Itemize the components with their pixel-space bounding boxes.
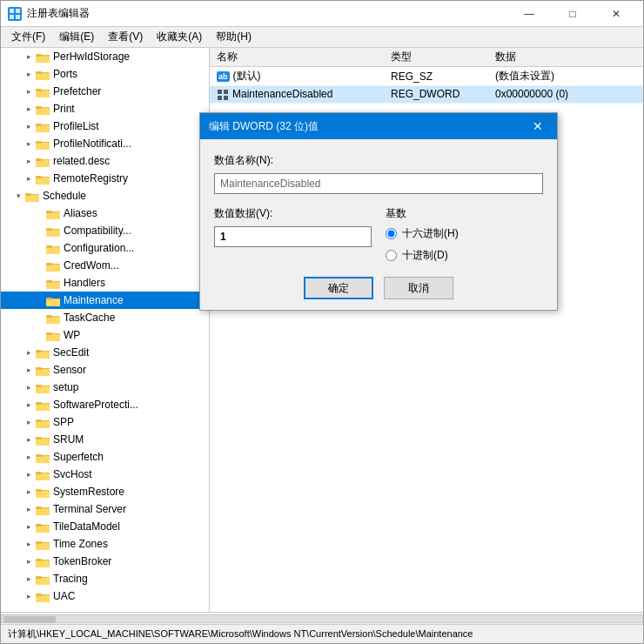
tree-item-Ports[interactable]: ▸ Ports bbox=[1, 65, 209, 83]
tree-item-UAC[interactable]: ▸ UAC bbox=[1, 587, 209, 605]
window-controls: — □ ✕ bbox=[509, 1, 636, 27]
svg-rect-43 bbox=[46, 211, 52, 213]
ok-button[interactable]: 确定 bbox=[304, 277, 373, 299]
folder-icon bbox=[36, 520, 50, 533]
tree-item-Configuration[interactable]: Configuration... bbox=[1, 239, 209, 257]
tree-expander[interactable]: ▸ bbox=[22, 50, 36, 64]
tree-item-Aliases[interactable]: Aliases bbox=[1, 205, 209, 222]
tree-item-Sensor[interactable]: ▸ Sensor bbox=[1, 361, 209, 379]
tree-expander[interactable]: ▸ bbox=[22, 467, 36, 481]
tree-item-RemoteRegistry[interactable]: ▸ RemoteRegistry bbox=[1, 170, 209, 187]
svg-rect-35 bbox=[36, 177, 42, 178]
tree-item-label: SecEdit bbox=[53, 346, 89, 359]
tree-expander[interactable]: ▸ bbox=[22, 84, 36, 98]
svg-rect-127 bbox=[36, 577, 42, 579]
tree-item-SystemRestore[interactable]: ▸ SystemRestore bbox=[1, 483, 209, 500]
tree-expander[interactable]: ▸ bbox=[22, 119, 36, 133]
cancel-button[interactable]: 取消 bbox=[384, 277, 453, 299]
tree-expander[interactable]: ▸ bbox=[22, 67, 36, 81]
main-window: 注册表编辑器 — □ ✕ 文件(F)编辑(E)查看(V)收藏夹(A)帮助(H) … bbox=[0, 0, 644, 644]
svg-rect-131 bbox=[36, 594, 42, 596]
tree-item-SecEdit[interactable]: ▸ SecEdit bbox=[1, 344, 209, 361]
close-button[interactable]: ✕ bbox=[596, 1, 636, 27]
tree-expander[interactable]: ▸ bbox=[22, 363, 36, 377]
tree-item-SPP[interactable]: ▸ SPP bbox=[1, 413, 209, 431]
base-section: 基数 十六进制(H) 十进制(D) bbox=[386, 206, 543, 263]
status-path: 计算机\HKEY_LOCAL_MACHINE\SOFTWARE\Microsof… bbox=[8, 627, 473, 641]
value-input[interactable] bbox=[214, 226, 372, 247]
tree-expander[interactable]: ▸ bbox=[22, 485, 36, 499]
menu-item-e[interactable]: 编辑(E) bbox=[52, 28, 101, 46]
tree-item-Schedule[interactable]: ▾ Schedule bbox=[1, 187, 209, 205]
tree-expander[interactable]: ▾ bbox=[11, 189, 25, 203]
table-row[interactable]: MaintenanceDisabledREG_DWORD0x00000000 (… bbox=[210, 86, 643, 104]
tree-item-Maintenance[interactable]: Maintenance bbox=[1, 292, 209, 309]
tree-item-SoftwareProtecti[interactable]: ▸ SoftwareProtecti... bbox=[1, 396, 209, 413]
tree-expander[interactable]: ▸ bbox=[22, 137, 36, 151]
tree-item-SvcHost[interactable]: ▸ SvcHost bbox=[1, 466, 209, 483]
svg-rect-30 bbox=[36, 160, 50, 167]
menu-item-v[interactable]: 查看(V) bbox=[101, 28, 150, 46]
tree-expander[interactable]: ▸ bbox=[22, 450, 36, 464]
tree-item-Tracing[interactable]: ▸ Tracing bbox=[1, 570, 209, 587]
folder-icon bbox=[46, 328, 60, 342]
table-row[interactable]: ab(默认)REG_SZ(数值未设置) bbox=[210, 67, 643, 86]
tree-item-PerHwIdStorage[interactable]: ▸ PerHwIdStorage bbox=[1, 48, 209, 65]
tree-item-TaskCache[interactable]: TaskCache bbox=[1, 309, 209, 326]
tree-item-Print[interactable]: ▸ Print bbox=[1, 100, 209, 117]
tree-item-SRUM[interactable]: ▸ SRUM bbox=[1, 431, 209, 448]
tree-item-setup[interactable]: ▸ setup bbox=[1, 379, 209, 396]
horizontal-scrollbar[interactable] bbox=[1, 612, 643, 624]
tree-item-Prefetcher[interactable]: ▸ Prefetcher bbox=[1, 83, 209, 100]
dialog-close-button[interactable]: ✕ bbox=[527, 116, 548, 137]
svg-rect-98 bbox=[36, 456, 50, 463]
minimize-button[interactable]: — bbox=[509, 1, 549, 27]
tree-item-WP[interactable]: WP bbox=[1, 326, 209, 344]
tree-expander[interactable]: ▸ bbox=[22, 589, 36, 603]
svg-rect-90 bbox=[36, 421, 50, 428]
tree-expander[interactable]: ▸ bbox=[22, 520, 36, 533]
tree-item-Superfetch[interactable]: ▸ Superfetch bbox=[1, 448, 209, 466]
tree-item-Compatibility[interactable]: Compatibility... bbox=[1, 222, 209, 239]
svg-rect-135 bbox=[224, 96, 228, 100]
dialog-titlebar: 编辑 DWORD (32 位)值 ✕ bbox=[200, 113, 557, 139]
menu-item-h[interactable]: 帮助(H) bbox=[209, 28, 258, 46]
tree-item-TerminalServer[interactable]: ▸ Terminal Server bbox=[1, 500, 209, 518]
svg-rect-130 bbox=[36, 595, 50, 602]
tree-item-related.desc[interactable]: ▸ related.desc bbox=[1, 152, 209, 170]
dec-radio-label[interactable]: 十进制(D) bbox=[386, 248, 543, 263]
tree-expander[interactable]: ▸ bbox=[22, 345, 36, 359]
tree-expander[interactable]: ▸ bbox=[22, 154, 36, 168]
tree-expander[interactable]: ▸ bbox=[22, 398, 36, 412]
tree-item-ProfileList[interactable]: ▸ ProfileList bbox=[1, 117, 209, 135]
tree-panel[interactable]: ▸ PerHwIdStorage▸ Ports▸ Prefetcher▸ Pri bbox=[1, 48, 210, 612]
tree-expander[interactable]: ▸ bbox=[22, 572, 36, 586]
tree-item-ProfileNotificati[interactable]: ▸ ProfileNotificati... bbox=[1, 135, 209, 152]
tree-expander[interactable]: ▸ bbox=[22, 102, 36, 116]
hex-radio-label[interactable]: 十六进制(H) bbox=[386, 226, 543, 241]
cell-data: 0x00000000 (0) bbox=[488, 86, 643, 104]
tree-item-TimeZones[interactable]: ▸ Time Zones bbox=[1, 535, 209, 553]
tree-item-TileDataModel[interactable]: ▸ TileDataModel bbox=[1, 518, 209, 535]
name-input[interactable] bbox=[214, 173, 543, 194]
hex-radio[interactable] bbox=[386, 228, 397, 239]
svg-rect-58 bbox=[46, 282, 60, 289]
tree-expander[interactable]: ▸ bbox=[22, 502, 36, 516]
tree-expander[interactable]: ▸ bbox=[22, 171, 36, 185]
tree-expander[interactable]: ▸ bbox=[22, 433, 36, 446]
maximize-button[interactable]: □ bbox=[553, 1, 593, 27]
tree-expander[interactable]: ▸ bbox=[22, 537, 36, 551]
svg-rect-119 bbox=[36, 542, 42, 544]
folder-icon bbox=[36, 363, 50, 377]
tree-item-CredWom[interactable]: CredWom... bbox=[1, 257, 209, 274]
tree-expander[interactable]: ▸ bbox=[22, 554, 36, 568]
menu-item-a[interactable]: 收藏夹(A) bbox=[150, 28, 209, 46]
tree-item-label: SystemRestore bbox=[53, 486, 124, 498]
folder-icon bbox=[36, 537, 50, 551]
tree-item-Handlers[interactable]: Handlers bbox=[1, 274, 209, 292]
tree-item-TokenBroker[interactable]: ▸ TokenBroker bbox=[1, 553, 209, 570]
dec-radio[interactable] bbox=[386, 250, 397, 261]
menu-item-f[interactable]: 文件(F) bbox=[4, 28, 52, 46]
tree-expander[interactable]: ▸ bbox=[22, 415, 36, 429]
tree-expander[interactable]: ▸ bbox=[22, 380, 36, 394]
